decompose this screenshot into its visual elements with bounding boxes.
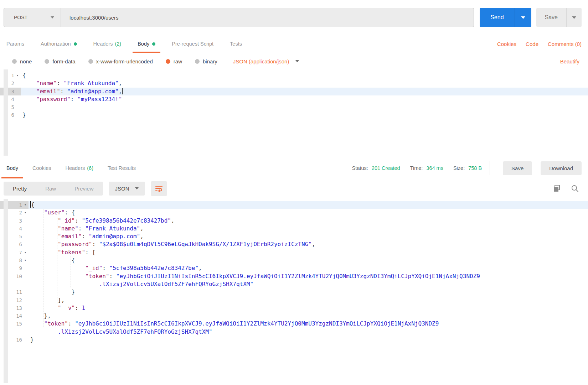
- code-line: 3 "email": "admin@app.com",: [0, 88, 588, 95]
- response-tab-label: Cookies: [32, 165, 51, 171]
- tab-label: Params: [6, 41, 24, 47]
- body-type-binary[interactable]: binary: [195, 58, 217, 64]
- search-response-button[interactable]: [571, 184, 579, 192]
- fold-caret-icon[interactable]: ▾: [14, 72, 21, 79]
- code-line: 3 "_id": "5cfe398a56b442e7c83427bd",: [0, 217, 588, 225]
- request-body-editor[interactable]: 1▾{2 "name": "Frank Atukunda",3 "email":…: [0, 69, 588, 156]
- send-button[interactable]: Send: [480, 8, 515, 27]
- tab-authorization[interactable]: Authorization: [41, 35, 77, 53]
- body-type-x-www-form-urlencoded[interactable]: x-www-form-urlencoded: [88, 58, 153, 64]
- code-link[interactable]: Code: [526, 41, 538, 47]
- postman-app: POST localhost:3000/users Send Save Para…: [0, 8, 588, 385]
- response-tab-test-results[interactable]: Test Results: [108, 158, 136, 178]
- fold-spacer: [22, 296, 29, 304]
- body-type-label: raw: [174, 58, 182, 64]
- code-content: "_id": "5cfe398a56b442e7c83427be",: [29, 264, 588, 272]
- save-response-button[interactable]: Save: [503, 161, 532, 175]
- fold-spacer: [22, 328, 29, 336]
- response-tab-body[interactable]: Body: [6, 158, 18, 178]
- code-content: "token": "eyJhbGciOiJIUzI1NiIsInR5cCI6Ik…: [29, 272, 588, 280]
- fold-caret-icon[interactable]: ▾: [22, 209, 29, 217]
- tab-label: Pre-request Script: [172, 41, 213, 47]
- response-format-value: JSON: [115, 186, 129, 192]
- tab-pre-request-script[interactable]: Pre-request Script: [172, 35, 213, 53]
- green-dot-icon: [74, 42, 77, 46]
- code-line: 7▾ "tokens": [: [0, 249, 588, 256]
- time-label: Time:: [410, 165, 423, 171]
- response-tab-headers[interactable]: Headers(6): [65, 158, 93, 178]
- comments-0-link[interactable]: Comments (0): [548, 41, 582, 47]
- tab-count-badge: (2): [115, 41, 121, 47]
- code-content: "__v": 1: [29, 304, 588, 312]
- view-mode-control: PrettyRawPreview: [4, 182, 103, 196]
- line-gutter: 5: [0, 103, 21, 111]
- size-label: Size:: [453, 165, 465, 171]
- fold-spacer: [22, 304, 29, 312]
- tab-label: Tests: [230, 41, 242, 47]
- response-format-select[interactable]: JSON: [109, 182, 145, 196]
- response-tab-label: Headers: [65, 165, 85, 171]
- body-type-none[interactable]: none: [12, 58, 32, 64]
- fold-spacer: [22, 264, 29, 272]
- code-line: 5 "email": "admin@app.com",: [0, 233, 588, 240]
- tab-count-badge: (6): [87, 165, 93, 171]
- code-line: .lXizsj2VolLcv5UXalOdf5ZF7ehFQRYoGzjSHX7…: [0, 328, 588, 336]
- url-input[interactable]: localhost:3000/users: [61, 8, 474, 27]
- editor-left-strip: [4, 199, 8, 383]
- save-request-button[interactable]: Save: [536, 8, 567, 27]
- wrap-text-button[interactable]: [151, 181, 167, 196]
- code-line: 1▾{: [0, 201, 588, 209]
- code-content: ],: [29, 296, 588, 304]
- copy-response-button[interactable]: [553, 184, 561, 192]
- line-gutter: 2: [0, 79, 21, 87]
- indent-guide: [57, 217, 57, 304]
- code-content: "_id": "5cfe398a56b442e7c83427bd",: [29, 217, 588, 225]
- tab-label: Authorization: [41, 41, 71, 47]
- response-toolbar: PrettyRawPreview JSON: [0, 178, 588, 199]
- download-response-button[interactable]: Download: [541, 161, 582, 175]
- beautify-link[interactable]: Beautify: [560, 58, 579, 64]
- response-tab-cookies[interactable]: Cookies: [32, 158, 51, 178]
- fold-spacer: [22, 320, 29, 328]
- view-raw[interactable]: Raw: [36, 182, 65, 196]
- fold-spacer: [22, 312, 29, 320]
- editor-left-strip: [4, 69, 8, 156]
- view-pretty[interactable]: Pretty: [4, 182, 36, 196]
- fold-spacer: [22, 272, 29, 280]
- fold-spacer: [14, 79, 21, 87]
- view-preview[interactable]: Preview: [65, 182, 103, 196]
- body-type-raw[interactable]: raw: [166, 58, 182, 64]
- tab-body[interactable]: Body: [138, 35, 155, 53]
- search-icon: [571, 184, 579, 192]
- content-type-select[interactable]: JSON (application/json): [233, 58, 299, 64]
- body-type-form-data[interactable]: form-data: [45, 58, 75, 64]
- chevron-down-icon: [521, 16, 525, 19]
- save-options-button[interactable]: [567, 8, 582, 27]
- fold-spacer: [22, 240, 29, 248]
- code-content: "user": {: [29, 209, 588, 217]
- fold-spacer: [22, 280, 29, 288]
- fold-caret-icon[interactable]: ▾: [22, 201, 29, 209]
- cookies-link[interactable]: Cookies: [497, 41, 516, 47]
- fold-spacer: [22, 217, 29, 225]
- response-body-editor[interactable]: 1▾{2▾ "user": {3 "_id": "5cfe398a56b442e…: [0, 199, 588, 383]
- code-content: },: [29, 312, 588, 320]
- fold-caret-icon[interactable]: ▾: [22, 256, 29, 264]
- code-content: "name": "Frank Atukunda",: [29, 225, 588, 233]
- request-tabs-row: ParamsAuthorizationHeaders(2)BodyPre-req…: [0, 35, 588, 53]
- send-options-button[interactable]: [515, 8, 531, 27]
- tab-headers[interactable]: Headers(2): [93, 35, 122, 53]
- body-type-label: binary: [203, 58, 217, 64]
- line-gutter: 4: [0, 95, 21, 103]
- fold-spacer: [14, 111, 21, 119]
- tab-tests[interactable]: Tests: [230, 35, 242, 53]
- tab-params[interactable]: Params: [6, 35, 24, 53]
- code-line: 9 "_id": "5cfe398a56b442e7c83427be",: [0, 264, 588, 272]
- method-select[interactable]: POST: [4, 8, 61, 27]
- fold-spacer: [14, 95, 21, 103]
- status-value: 201 Created: [372, 165, 400, 171]
- indent-guide: [71, 256, 71, 288]
- tab-label: Headers: [93, 41, 113, 47]
- code-content: .lXizsj2VolLcv5UXalOdf5ZF7ehFQRYoGzjSHX7…: [29, 280, 588, 288]
- fold-caret-icon[interactable]: ▾: [22, 249, 29, 256]
